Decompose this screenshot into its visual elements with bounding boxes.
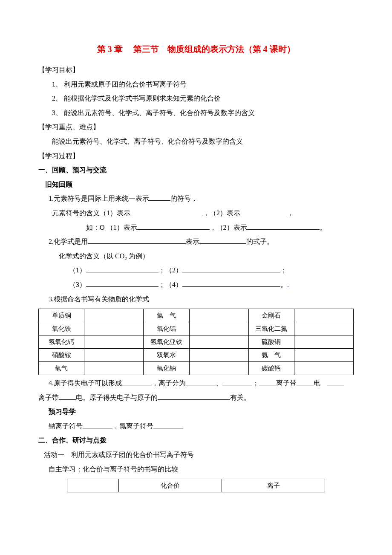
table-cell: 碳酸钙 [248,362,294,375]
table-cell: 三氧化二氮 [248,322,294,335]
preview-heading: 预习导学 [38,405,354,419]
q4-1e: 离子带 [276,379,297,387]
objective-item-1: 1、 利用元素或原子团的化合价书写离子符号 [38,77,354,92]
table-cell: 双氧水 [144,349,189,362]
fill-blank[interactable] [186,385,216,385]
table-cell: 氢氧化亚铁 [144,335,189,349]
objective-item-2: 2、 能根据化学式及化学式书写原则求未知元素的化合价 [38,91,354,106]
fill-blank[interactable] [297,385,314,385]
section-heading-objectives: 【学习目标】 [38,63,354,77]
table-cell: 氢氧化钙 [39,335,84,349]
preview-line: 钠离子符号，氯离子符号 [38,419,354,434]
q4-2b: 电。原子得失电子与原子的 [76,394,158,401]
q2-line1-c: 的式子。 [246,238,274,245]
pv-a: 钠离子符号 [49,422,83,430]
q2-line4: （3）；（4）。. [38,278,354,292]
fill-blank[interactable] [182,286,280,287]
table-row: 氧气氧化钠碳酸钙 [39,362,354,375]
document-page: 第 3 章 第三节 物质组成的表示方法（第 4 课时） 【学习目标】 1、 利用… [0,0,392,555]
q2-line4-end: 。 [280,281,287,288]
table-cell: 氧化铁 [39,322,84,335]
fill-blank[interactable] [240,215,287,215]
pv-b: ，氯离子符号 [112,422,153,430]
q4-1d: ； [252,379,259,387]
fill-blank[interactable] [122,385,152,385]
table-cell[interactable] [189,335,248,349]
q1-line3-c: 。 [320,224,326,231]
q2-line4-a: （3） [69,281,86,288]
q2-line1-b: 表示 [186,238,199,245]
table-cell[interactable] [189,309,248,322]
fill-blank[interactable] [86,286,159,287]
chemical-formula-table: 单质铜氩 气金刚石氧化铁氧化铝三氧化二氮氢氧化钙氢氧化亚铁硫酸铜硝酸铵双氧水氨 … [38,309,354,375]
fill-blank[interactable] [153,428,183,428]
q2-line3-mid: ；（2） [159,266,182,274]
objective-item-3: 3、 能说出元素符号、化学式、离子符号、化合价符号及数字的含义 [38,106,354,120]
table-cell[interactable] [84,309,144,322]
q2-line3-end: ； [280,266,287,274]
fill-blank[interactable] [158,399,230,400]
table-cell: 氩 气 [144,309,189,322]
table-cell[interactable] [294,335,353,349]
q4-1f: 电 [314,379,320,387]
tbl1-body: 单质铜氩 气金刚石氧化铁氧化铝三氧化二氮氢氧化钙氢氧化亚铁硫酸铜硝酸铵双氧水氨 … [39,309,354,375]
q1-line3-b: ，（2）表示 [210,224,247,231]
fill-blank[interactable] [182,272,280,272]
table-cell[interactable] [189,349,248,362]
q2-line2: 化学式的含义（以 CO2 为例） [38,249,354,263]
fill-blank[interactable] [259,385,276,385]
q2-line1-a: 2.化学式是用 [49,238,88,245]
table-cell: 硝酸铵 [39,349,84,362]
table-row: 硝酸铵双氧水氨 气 [39,349,354,362]
table-cell[interactable] [189,322,248,335]
section-heading-keypoints: 【学习重点、难点】 [38,120,354,134]
q4-2c: 有关。 [230,394,251,401]
table-row: 化合价 离子 [67,479,325,492]
q4-1b: ，离子分为 [152,379,186,387]
fill-blank[interactable] [59,399,76,400]
table-row: 氧化铁氧化铝三氧化二氮 [39,322,354,335]
blue-dot: . [287,281,289,288]
q1-line2-c: ， [287,209,294,217]
q2-line3: （1）；（2）； [38,263,354,278]
table-cell: 单质铜 [39,309,84,322]
fill-blank[interactable] [327,385,344,385]
table-cell: 金刚石 [248,309,294,322]
q2-line1: 2.化学式是用表示的式子。 [38,234,354,249]
table-cell: 化合价 [118,479,222,492]
fill-blank[interactable] [86,272,159,272]
fill-blank[interactable] [222,385,252,385]
table-cell: 氧化铝 [144,322,189,335]
table-cell[interactable] [294,322,353,335]
table-cell: 离子 [222,479,325,492]
q1-line2-a: 元素符号的含义（1）表示 [52,209,130,217]
table-cell[interactable] [84,322,144,335]
fill-blank[interactable] [88,243,186,244]
table-cell[interactable] [84,362,144,375]
q4-line1: 4.原子得失电子可以形成，离子分为、；离子带电 [38,376,354,390]
q1-line3-a: 如：O （1）表示 [86,224,137,231]
q2-line3-a: （1） [69,266,86,274]
activity-1: 活动一 利用元素或原子团的化合价书写离子符号 [38,448,354,462]
q1-line3: 如：O （1）表示，（2）表示。 [38,220,354,235]
q4-line2: 离子带电。原子得失电子与原子的有关。 [38,390,354,405]
fill-blank[interactable] [130,215,203,215]
table-cell: 硫酸铜 [248,335,294,349]
subsection-1-review: 一、回顾、预习与交流 [38,163,354,177]
table-cell[interactable] [294,362,353,375]
fill-blank[interactable] [247,229,320,230]
table-cell[interactable] [84,349,144,362]
table-cell[interactable] [189,362,248,375]
old-knowledge-heading: 旧知回顾 [38,177,354,192]
table-cell [67,479,118,492]
fill-blank[interactable] [137,229,210,230]
table-cell[interactable] [84,335,144,349]
table-cell[interactable] [294,309,353,322]
fill-blank[interactable] [83,428,112,428]
q1-text-a: 1.元素符号是国际上用来统一表示 [49,195,149,202]
table-cell: 氧气 [39,362,84,375]
fill-blank[interactable] [199,243,246,244]
table-cell[interactable] [294,349,353,362]
q3-heading: 3.根据命名书写有关物质的化学式 [38,292,354,306]
fill-blank[interactable] [149,200,170,201]
